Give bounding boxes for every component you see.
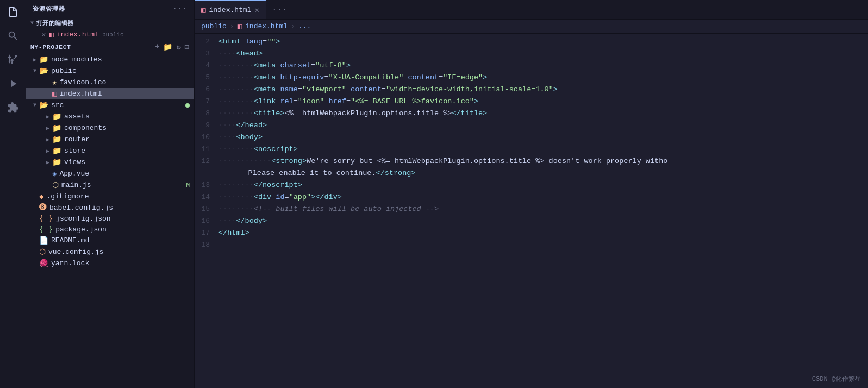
tree-item-index-html[interactable]: ◧ index.html <box>26 88 194 99</box>
code-line-10: 10 ····<body> <box>195 132 868 143</box>
tree-item-vue-config[interactable]: ⬡ vue.config.js <box>26 246 194 258</box>
item-name-favicon: favicon.ico <box>59 78 194 86</box>
extensions-icon[interactable] <box>5 100 21 115</box>
tree-item-gitignore[interactable]: ◆ .gitignore <box>26 191 194 202</box>
tree-item-babel[interactable]: 🅑 babel.config.js <box>26 202 194 213</box>
close-file-icon[interactable]: ✕ <box>41 31 46 39</box>
code-line-14: 14 ········<div id="app"></div> <box>195 191 868 203</box>
chevron-router: ▶ <box>43 136 52 143</box>
source-control-icon[interactable] <box>5 52 21 67</box>
main-js-modified-badge: M <box>186 182 190 189</box>
line-content-4: ········<meta charset="utf-8"> <box>218 60 868 72</box>
sidebar: 资源管理器 ··· ▼ 打开的编辑器 ✕ ◧ index.html public… <box>26 0 195 388</box>
line-num-12: 12 <box>195 155 218 167</box>
code-line-8: 8 ········<title><%= htmlWebpackPlugin.o… <box>195 108 868 120</box>
line-num-4: 4 <box>195 60 218 72</box>
code-line-2: 2 <html lang=""> <box>195 36 868 48</box>
tree-item-yarn[interactable]: 🧶 yarn.lock <box>26 258 194 269</box>
item-name-index-html: index.html <box>59 90 194 98</box>
breadcrumb-more[interactable]: ... <box>298 22 311 30</box>
tree-item-router[interactable]: ▶ 📁 router <box>26 134 194 145</box>
line-content-5: ········<meta http-equiv="X-UA-Compatibl… <box>218 72 868 84</box>
breadcrumb-index-html[interactable]: index.html <box>245 22 288 30</box>
favicon-icon: ★ <box>52 78 57 87</box>
line-num-8: 8 <box>195 108 218 120</box>
code-line-13: 13 ········</noscript> <box>195 179 868 191</box>
activity-bar <box>0 0 26 388</box>
vue-file-icon: ◈ <box>52 169 57 178</box>
tree-item-app-vue[interactable]: ◈ App.vue <box>26 168 194 179</box>
tabs-overflow-icon[interactable]: ··· <box>266 0 293 19</box>
code-line-3: 3 ····<head> <box>195 48 868 60</box>
js-file-icon: ⬡ <box>52 180 59 190</box>
line-content-6: ········<meta name="viewport" content="w… <box>218 84 868 96</box>
files-icon[interactable] <box>5 4 21 20</box>
tab-close-button[interactable]: ✕ <box>254 5 259 15</box>
open-file-item[interactable]: ✕ ◧ index.html public <box>26 29 194 40</box>
item-name-package: package.json <box>55 226 194 234</box>
tree-item-readme[interactable]: 📄 README.md <box>26 235 194 246</box>
item-name-vue-config: vue.config.js <box>48 248 194 256</box>
sidebar-header-icons: ··· <box>172 4 188 13</box>
new-folder-icon[interactable]: 📁 <box>163 42 173 52</box>
collapse-icon[interactable]: ⊟ <box>185 42 190 52</box>
store-folder-icon: 📁 <box>52 146 61 155</box>
code-line-7: 7 ········<link rel="icon" href="<%= BAS… <box>195 96 868 108</box>
tab-index-html[interactable]: ◧ index.html ✕ <box>195 0 266 19</box>
more-options-icon[interactable]: ··· <box>172 4 188 13</box>
tree-item-jsconfig[interactable]: { } jsconfig.json <box>26 213 194 224</box>
tab-label: index.html <box>209 6 251 14</box>
line-content-2: <html lang=""> <box>218 36 868 48</box>
code-line-5: 5 ········<meta http-equiv="X-UA-Compati… <box>195 72 868 84</box>
item-name-gitignore: .gitignore <box>46 192 194 201</box>
open-editors-section: ▼ 打开的编辑器 ✕ ◧ index.html public <box>26 17 194 40</box>
line-content-16: ····</body> <box>218 215 868 227</box>
tree-item-node-modules[interactable]: ▶ 📁 node_modules <box>26 54 194 65</box>
code-line-11: 11 ········<noscript> <box>195 143 868 155</box>
line-content-9: ····</head> <box>218 120 868 132</box>
package-icon: { } <box>39 225 53 234</box>
tab-html-icon: ◧ <box>201 5 205 15</box>
open-editors-chevron: ▼ <box>30 20 34 26</box>
line-num-2: 2 <box>195 36 218 48</box>
tree-item-main-js[interactable]: ⬡ main.js M <box>26 179 194 191</box>
run-debug-icon[interactable] <box>5 76 21 91</box>
file-tree: MY-PROJECT + 📁 ↻ ⊟ ▶ 📁 node_modules ▼ 📂 … <box>26 40 194 388</box>
tree-item-favicon[interactable]: ★ favicon.ico <box>26 77 194 88</box>
folder-open-icon: 📂 <box>39 66 48 76</box>
folder-icon: 📁 <box>39 55 48 64</box>
line-num-10: 10 <box>195 132 218 143</box>
chevron-views: ▶ <box>43 159 52 166</box>
chevron-src-down: ▼ <box>30 102 39 108</box>
line-content-12b: Please enable it to continue.</strong> <box>218 167 868 179</box>
new-file-icon[interactable]: + <box>155 42 160 52</box>
src-folder-icon: 📂 <box>39 101 48 110</box>
watermark: CSDN @化作繁星 <box>812 374 861 384</box>
tree-item-store[interactable]: ▶ 📁 store <box>26 145 194 157</box>
tree-item-views[interactable]: ▶ 📁 views <box>26 157 194 168</box>
tree-item-assets[interactable]: ▶ 📁 assets <box>26 111 194 122</box>
code-editor[interactable]: 2 <html lang=""> 3 ····<head> 4 ········… <box>195 34 868 388</box>
code-line-15: 15 ········<!-- built files will be auto… <box>195 203 868 215</box>
chevron-components: ▶ <box>43 125 52 132</box>
refresh-icon[interactable]: ↻ <box>176 42 181 52</box>
search-icon[interactable] <box>5 28 21 43</box>
open-editors-header[interactable]: ▼ 打开的编辑器 <box>26 17 194 29</box>
project-header[interactable]: MY-PROJECT + 📁 ↻ ⊟ <box>26 40 194 54</box>
yarn-icon: 🧶 <box>39 259 48 268</box>
html-icon: ◧ <box>52 89 57 98</box>
line-content-14: ········<div id="app"></div> <box>218 191 868 203</box>
tree-item-package[interactable]: { } package.json <box>26 224 194 235</box>
code-line-17: 17 </html> <box>195 227 868 239</box>
line-num-13: 13 <box>195 179 218 191</box>
line-num-17: 17 <box>195 227 218 239</box>
breadcrumb-public[interactable]: public <box>201 22 227 30</box>
item-name-yarn: yarn.lock <box>51 259 194 267</box>
tree-item-src[interactable]: ▼ 📂 src <box>26 99 194 111</box>
tree-item-public[interactable]: ▼ 📂 public <box>26 65 194 77</box>
line-num-16: 16 <box>195 215 218 227</box>
tree-item-components[interactable]: ▶ 📁 components <box>26 122 194 134</box>
breadcrumb-sep-2: › <box>291 22 295 30</box>
vueconfig-icon: ⬡ <box>39 247 46 256</box>
chevron-down-icon: ▼ <box>30 68 39 74</box>
